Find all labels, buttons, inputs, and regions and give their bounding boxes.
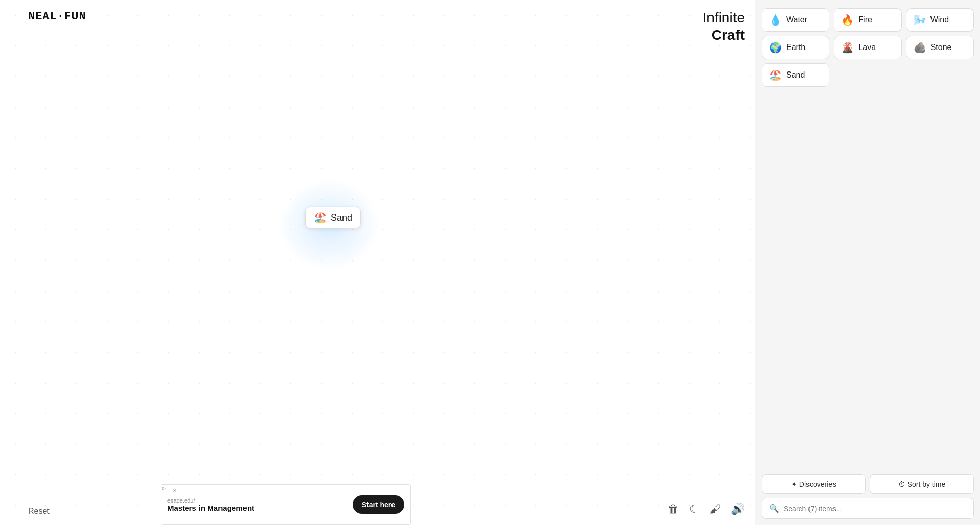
brush-icon[interactable]: 🖌	[709, 503, 721, 516]
sand-chip-icon: 🏖️	[769, 69, 782, 81]
sand-label: Sand	[331, 212, 352, 223]
ad-source: esade.edu/	[167, 497, 347, 504]
element-chip-earth[interactable]: 🌍Earth	[762, 36, 829, 59]
earth-chip-label: Earth	[786, 43, 805, 52]
water-chip-icon: 💧	[769, 14, 782, 26]
discoveries-button[interactable]: ✦ Discoveries	[762, 474, 866, 494]
water-chip-label: Water	[786, 15, 807, 25]
element-chip-lava[interactable]: 🌋Lava	[834, 36, 901, 59]
sand-icon: 🏖️	[314, 211, 327, 224]
element-chip-sand[interactable]: 🏖️Sand	[762, 63, 829, 87]
element-chip-fire[interactable]: 🔥Fire	[834, 8, 901, 32]
element-chip-stone[interactable]: 🪨Stone	[906, 36, 974, 59]
sidebar: 💧Water🔥Fire🌬️Wind🌍Earth🌋Lava🪨Stone🏖️Sand…	[755, 0, 980, 525]
moon-icon[interactable]: ☾	[689, 503, 699, 516]
ad-title: Masters in Management	[167, 504, 347, 512]
ad-close[interactable]: ✕	[173, 488, 177, 493]
earth-chip-icon: 🌍	[769, 41, 782, 54]
volume-icon[interactable]: 🔊	[731, 503, 745, 516]
lava-chip-icon: 🌋	[841, 41, 854, 54]
stone-chip-label: Stone	[930, 43, 952, 52]
wind-chip-icon: 🌬️	[914, 14, 926, 26]
game-title-line2: Craft	[703, 27, 745, 44]
canvas-toolbar: 🗑 ☾ 🖌 🔊	[668, 503, 745, 516]
ad-badge: ▷	[162, 486, 166, 491]
bottom-bar: Reset ▷ ✕ esade.edu/ Masters in Manageme…	[0, 494, 755, 525]
fire-chip-icon: 🔥	[841, 14, 854, 26]
ad-text: esade.edu/ Masters in Management	[167, 497, 347, 512]
fire-chip-label: Fire	[858, 15, 872, 25]
sidebar-bottom: ✦ Discoveries ⏱ Sort by time 🔍	[762, 474, 974, 519]
canvas-area[interactable]: NEAL·FUN Infinite Craft 🏖️ Sand Reset ▷ …	[0, 0, 755, 525]
ad-cta-button[interactable]: Start here	[353, 495, 404, 514]
element-chip-water[interactable]: 💧Water	[762, 8, 829, 32]
sort-button[interactable]: ⏱ Sort by time	[870, 474, 974, 494]
game-title-line1: Infinite	[703, 9, 745, 27]
search-input[interactable]	[783, 505, 966, 513]
trash-icon[interactable]: 🗑	[668, 503, 679, 516]
ad-banner: ▷ ✕ esade.edu/ Masters in Management Sta…	[161, 484, 411, 525]
element-chip-wind[interactable]: 🌬️Wind	[906, 8, 974, 32]
wind-chip-label: Wind	[930, 15, 949, 25]
stone-chip-icon: 🪨	[914, 41, 926, 54]
canvas-sand-element[interactable]: 🏖️ Sand	[305, 207, 361, 228]
game-title: Infinite Craft	[703, 9, 745, 43]
lava-chip-label: Lava	[858, 43, 876, 52]
sidebar-controls: ✦ Discoveries ⏱ Sort by time	[762, 474, 974, 494]
logo: NEAL·FUN	[28, 10, 86, 23]
search-icon: 🔍	[769, 504, 779, 513]
search-box: 🔍	[762, 498, 974, 519]
sand-chip-label: Sand	[786, 70, 805, 80]
reset-button[interactable]: Reset	[28, 507, 50, 516]
elements-grid: 💧Water🔥Fire🌬️Wind🌍Earth🌋Lava🪨Stone🏖️Sand	[762, 6, 974, 89]
